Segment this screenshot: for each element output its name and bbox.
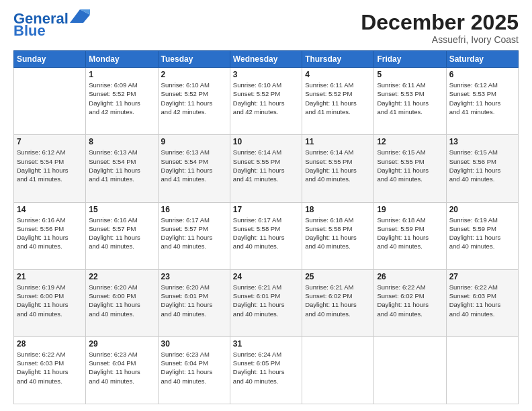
- day-cell: [14, 68, 86, 135]
- day-cell: 25Sunrise: 6:21 AM Sunset: 6:02 PM Dayli…: [302, 269, 374, 336]
- week-row-2: 7Sunrise: 6:12 AM Sunset: 5:54 PM Daylig…: [14, 135, 519, 202]
- week-row-5: 28Sunrise: 6:22 AM Sunset: 6:03 PM Dayli…: [14, 336, 519, 404]
- day-number: 22: [89, 272, 154, 281]
- day-info: Sunrise: 6:22 AM Sunset: 6:03 PM Dayligh…: [17, 350, 83, 385]
- day-number: 19: [377, 205, 443, 214]
- day-number: 9: [161, 137, 227, 146]
- day-number: 28: [17, 339, 83, 349]
- day-number: 12: [377, 137, 443, 146]
- day-info: Sunrise: 6:16 AM Sunset: 5:56 PM Dayligh…: [17, 216, 83, 251]
- day-info: Sunrise: 6:10 AM Sunset: 5:52 PM Dayligh…: [233, 81, 299, 116]
- day-cell: 14Sunrise: 6:16 AM Sunset: 5:56 PM Dayli…: [14, 202, 86, 269]
- calendar-table: Sunday Monday Tuesday Wednesday Thursday…: [13, 50, 519, 404]
- day-info: Sunrise: 6:24 AM Sunset: 6:05 PM Dayligh…: [233, 350, 299, 385]
- week-row-3: 14Sunrise: 6:16 AM Sunset: 5:56 PM Dayli…: [14, 202, 519, 269]
- col-saturday: Saturday: [446, 51, 518, 68]
- col-thursday: Thursday: [302, 51, 374, 68]
- day-info: Sunrise: 6:14 AM Sunset: 5:55 PM Dayligh…: [233, 148, 299, 183]
- title-block: December 2025 Assuefri, Ivory Coast: [361, 11, 519, 45]
- day-cell: 12Sunrise: 6:15 AM Sunset: 5:55 PM Dayli…: [374, 135, 446, 202]
- col-friday: Friday: [374, 51, 446, 68]
- day-cell: 22Sunrise: 6:20 AM Sunset: 6:00 PM Dayli…: [86, 269, 158, 336]
- day-number: 2: [161, 70, 227, 79]
- logo-icon: [70, 9, 90, 23]
- logo: General Blue: [13, 11, 90, 39]
- day-cell: [374, 336, 446, 404]
- day-number: 17: [233, 205, 299, 214]
- day-info: Sunrise: 6:14 AM Sunset: 5:55 PM Dayligh…: [305, 148, 371, 183]
- day-info: Sunrise: 6:21 AM Sunset: 6:02 PM Dayligh…: [305, 283, 371, 318]
- day-cell: 11Sunrise: 6:14 AM Sunset: 5:55 PM Dayli…: [302, 135, 374, 202]
- day-info: Sunrise: 6:13 AM Sunset: 5:54 PM Dayligh…: [89, 148, 154, 183]
- logo-blue: Blue: [13, 23, 46, 39]
- day-cell: 1Sunrise: 6:09 AM Sunset: 5:52 PM Daylig…: [86, 68, 158, 135]
- col-tuesday: Tuesday: [158, 51, 230, 68]
- calendar-title: December 2025: [361, 11, 519, 34]
- day-cell: 3Sunrise: 6:10 AM Sunset: 5:52 PM Daylig…: [230, 68, 302, 135]
- day-cell: 30Sunrise: 6:23 AM Sunset: 6:04 PM Dayli…: [158, 336, 230, 404]
- day-number: 14: [17, 205, 83, 214]
- day-info: Sunrise: 6:15 AM Sunset: 5:55 PM Dayligh…: [377, 148, 443, 183]
- day-number: 25: [305, 272, 371, 281]
- day-cell: 18Sunrise: 6:18 AM Sunset: 5:58 PM Dayli…: [302, 202, 374, 269]
- day-cell: [302, 336, 374, 404]
- day-number: 27: [449, 272, 515, 281]
- day-number: 15: [89, 205, 154, 214]
- day-number: 5: [377, 70, 443, 79]
- day-info: Sunrise: 6:10 AM Sunset: 5:52 PM Dayligh…: [161, 81, 227, 116]
- day-cell: 10Sunrise: 6:14 AM Sunset: 5:55 PM Dayli…: [230, 135, 302, 202]
- col-sunday: Sunday: [14, 51, 86, 68]
- day-info: Sunrise: 6:19 AM Sunset: 5:59 PM Dayligh…: [449, 216, 515, 251]
- day-info: Sunrise: 6:23 AM Sunset: 6:04 PM Dayligh…: [89, 350, 154, 385]
- day-cell: 8Sunrise: 6:13 AM Sunset: 5:54 PM Daylig…: [86, 135, 158, 202]
- day-cell: 7Sunrise: 6:12 AM Sunset: 5:54 PM Daylig…: [14, 135, 86, 202]
- page: General Blue December 2025 Assuefri, Ivo…: [0, 0, 532, 411]
- day-info: Sunrise: 6:17 AM Sunset: 5:58 PM Dayligh…: [233, 216, 299, 251]
- day-number: 1: [89, 70, 154, 79]
- day-info: Sunrise: 6:20 AM Sunset: 6:00 PM Dayligh…: [89, 283, 154, 318]
- day-info: Sunrise: 6:12 AM Sunset: 5:54 PM Dayligh…: [17, 148, 83, 183]
- day-number: 24: [233, 272, 299, 281]
- day-cell: 28Sunrise: 6:22 AM Sunset: 6:03 PM Dayli…: [14, 336, 86, 404]
- day-cell: [446, 336, 518, 404]
- week-row-4: 21Sunrise: 6:19 AM Sunset: 6:00 PM Dayli…: [14, 269, 519, 336]
- day-info: Sunrise: 6:19 AM Sunset: 6:00 PM Dayligh…: [17, 283, 83, 318]
- day-info: Sunrise: 6:18 AM Sunset: 5:58 PM Dayligh…: [305, 216, 371, 251]
- day-number: 16: [161, 205, 227, 214]
- day-number: 20: [449, 205, 515, 214]
- day-number: 26: [377, 272, 443, 281]
- day-cell: 24Sunrise: 6:21 AM Sunset: 6:01 PM Dayli…: [230, 269, 302, 336]
- col-wednesday: Wednesday: [230, 51, 302, 68]
- day-number: 3: [233, 70, 299, 79]
- day-cell: 2Sunrise: 6:10 AM Sunset: 5:52 PM Daylig…: [158, 68, 230, 135]
- day-info: Sunrise: 6:11 AM Sunset: 5:52 PM Dayligh…: [305, 81, 371, 116]
- calendar-subtitle: Assuefri, Ivory Coast: [361, 34, 519, 45]
- day-number: 23: [161, 272, 227, 281]
- day-cell: 29Sunrise: 6:23 AM Sunset: 6:04 PM Dayli…: [86, 336, 158, 404]
- day-cell: 16Sunrise: 6:17 AM Sunset: 5:57 PM Dayli…: [158, 202, 230, 269]
- week-row-1: 1Sunrise: 6:09 AM Sunset: 5:52 PM Daylig…: [14, 68, 519, 135]
- day-number: 4: [305, 70, 371, 79]
- day-info: Sunrise: 6:11 AM Sunset: 5:53 PM Dayligh…: [377, 81, 443, 116]
- day-info: Sunrise: 6:23 AM Sunset: 6:04 PM Dayligh…: [161, 350, 227, 385]
- day-cell: 21Sunrise: 6:19 AM Sunset: 6:00 PM Dayli…: [14, 269, 86, 336]
- day-info: Sunrise: 6:09 AM Sunset: 5:52 PM Dayligh…: [89, 81, 154, 116]
- day-cell: 5Sunrise: 6:11 AM Sunset: 5:53 PM Daylig…: [374, 68, 446, 135]
- day-info: Sunrise: 6:13 AM Sunset: 5:54 PM Dayligh…: [161, 148, 227, 183]
- day-info: Sunrise: 6:21 AM Sunset: 6:01 PM Dayligh…: [233, 283, 299, 318]
- day-number: 6: [449, 70, 515, 79]
- day-info: Sunrise: 6:15 AM Sunset: 5:56 PM Dayligh…: [449, 148, 515, 183]
- day-info: Sunrise: 6:12 AM Sunset: 5:53 PM Dayligh…: [449, 81, 515, 116]
- day-info: Sunrise: 6:20 AM Sunset: 6:01 PM Dayligh…: [161, 283, 227, 318]
- day-cell: 31Sunrise: 6:24 AM Sunset: 6:05 PM Dayli…: [230, 336, 302, 404]
- day-cell: 20Sunrise: 6:19 AM Sunset: 5:59 PM Dayli…: [446, 202, 518, 269]
- day-number: 18: [305, 205, 371, 214]
- day-cell: 19Sunrise: 6:18 AM Sunset: 5:59 PM Dayli…: [374, 202, 446, 269]
- day-cell: 9Sunrise: 6:13 AM Sunset: 5:54 PM Daylig…: [158, 135, 230, 202]
- day-info: Sunrise: 6:16 AM Sunset: 5:57 PM Dayligh…: [89, 216, 154, 251]
- col-monday: Monday: [86, 51, 158, 68]
- day-number: 8: [89, 137, 154, 146]
- day-cell: 23Sunrise: 6:20 AM Sunset: 6:01 PM Dayli…: [158, 269, 230, 336]
- day-number: 11: [305, 137, 371, 146]
- day-cell: 26Sunrise: 6:22 AM Sunset: 6:02 PM Dayli…: [374, 269, 446, 336]
